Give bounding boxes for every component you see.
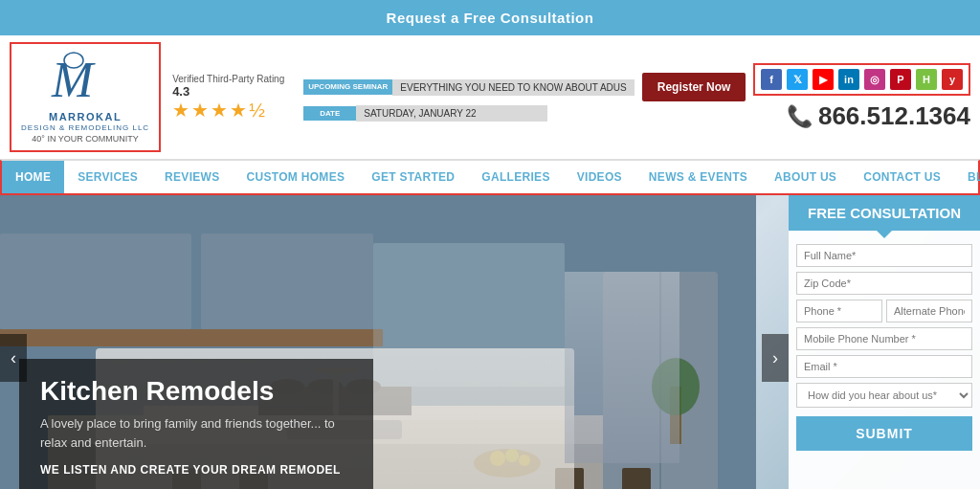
logo[interactable]: M MARROKAL DESIGN & REMODELING LLC 40° I…	[10, 42, 161, 152]
pinterest-icon[interactable]: P	[890, 69, 911, 90]
full-name-input[interactable]	[796, 244, 972, 267]
alt-phone-input[interactable]	[886, 300, 972, 322]
linkedin-icon[interactable]: in	[838, 69, 859, 90]
rating-block: Verified Third-Party Rating 4.3 ★★★★½	[172, 74, 284, 122]
nav-get-started[interactable]: GET STARTED	[358, 161, 468, 193]
logo-company-sub: DESIGN & REMODELING LLC	[21, 123, 149, 132]
mobile-input[interactable]	[796, 327, 972, 350]
social-icons: f 𝕏 ▶ in ◎ P H y	[753, 63, 970, 96]
rating-stars: ★★★★½	[172, 99, 284, 122]
nav-videos[interactable]: VIDEOS	[564, 161, 635, 193]
phone-row	[796, 300, 972, 322]
svg-point-26	[519, 455, 530, 466]
consultation-panel: FREE CONSULTATION How did you hear about…	[789, 195, 980, 489]
seminar-row-2: DATE SATURDAY, JANUARY 22	[303, 105, 746, 122]
youtube-icon[interactable]: ▶	[813, 69, 834, 90]
main-nav: HOME SERVICES REVIEWS CUSTOM HOMES GET S…	[0, 160, 980, 195]
header: M MARROKAL DESIGN & REMODELING LLC 40° I…	[0, 35, 980, 160]
phone-block: f 𝕏 ▶ in ◎ P H y 📞 866.512.1364	[753, 63, 970, 131]
nav-blog[interactable]: BLOG	[954, 161, 980, 193]
carousel-next-button[interactable]: ›	[762, 334, 789, 382]
nav-about-us[interactable]: ABOUT US	[761, 161, 850, 193]
twitter-icon[interactable]: 𝕏	[787, 69, 808, 90]
submit-button[interactable]: SUBMIT	[796, 416, 972, 451]
logo-badge: 40° IN YOUR COMMUNITY	[32, 134, 138, 144]
nav-services[interactable]: SERVICES	[64, 161, 151, 193]
nav-custom-homes[interactable]: CUSTOM HOMES	[234, 161, 359, 193]
seminar-text-2: SATURDAY, JANUARY 22	[356, 105, 547, 122]
svg-point-24	[490, 451, 505, 466]
seminar-row-1: UPCOMING SEMINAR EVERYTHING YOU NEED TO …	[303, 73, 746, 101]
yelp-icon[interactable]: y	[942, 69, 963, 90]
logo-m: M	[47, 51, 123, 111]
rating-score: 4.3	[172, 84, 284, 99]
hero-subtitle: A lovely place to bring family and frien…	[40, 414, 352, 452]
register-button[interactable]: Register Now	[642, 73, 746, 101]
svg-point-25	[505, 449, 519, 462]
nav-news-events[interactable]: NEWS & EVENTS	[635, 161, 761, 193]
email-input[interactable]	[796, 355, 972, 378]
seminar-block: UPCOMING SEMINAR EVERYTHING YOU NEED TO …	[303, 73, 746, 122]
seminar-tag-1: UPCOMING SEMINAR	[303, 79, 392, 95]
logo-svg: M	[47, 51, 123, 103]
svg-text:M: M	[51, 53, 96, 103]
zip-input[interactable]	[796, 272, 972, 295]
hero-section: Kitchen Remodels A lovely place to bring…	[0, 195, 980, 489]
svg-point-23	[474, 449, 541, 478]
consultation-header: FREE CONSULTATION	[789, 195, 980, 231]
nav-home[interactable]: HOME	[2, 161, 64, 193]
hero-cta: WE LISTEN AND CREATE YOUR DREAM REMODEL	[40, 463, 352, 477]
seminar-text-1: EVERYTHING YOU NEED TO KNOW ABOUT ADUS	[392, 79, 634, 96]
rating-label: Verified Third-Party Rating	[172, 74, 284, 84]
phone-input[interactable]	[796, 300, 882, 322]
instagram-icon[interactable]: ◎	[864, 69, 885, 90]
phone-number[interactable]: 📞 866.512.1364	[787, 101, 970, 131]
hero-text-box: Kitchen Remodels A lovely place to bring…	[19, 359, 373, 489]
carousel-prev-button[interactable]: ‹	[0, 334, 27, 382]
nav-reviews[interactable]: REVIEWS	[151, 161, 233, 193]
hero-title: Kitchen Remodels	[40, 376, 352, 407]
consultation-form: How did you hear about us* Google Facebo…	[789, 231, 980, 489]
facebook-icon[interactable]: f	[761, 69, 782, 90]
phone-icon: 📞	[787, 104, 813, 129]
seminar-tag-2: DATE	[303, 106, 356, 122]
top-bar: Request a Free Consultation	[0, 0, 980, 35]
nav-galleries[interactable]: GALLERIES	[468, 161, 563, 193]
houzz-icon[interactable]: H	[916, 69, 937, 90]
nav-contact-us[interactable]: CONTACT US	[850, 161, 954, 193]
logo-company-name: MARROKAL	[49, 111, 122, 123]
hear-about-select[interactable]: How did you hear about us* Google Facebo…	[796, 383, 972, 408]
cta-button[interactable]: Request a Free Consultation	[358, 0, 623, 35]
